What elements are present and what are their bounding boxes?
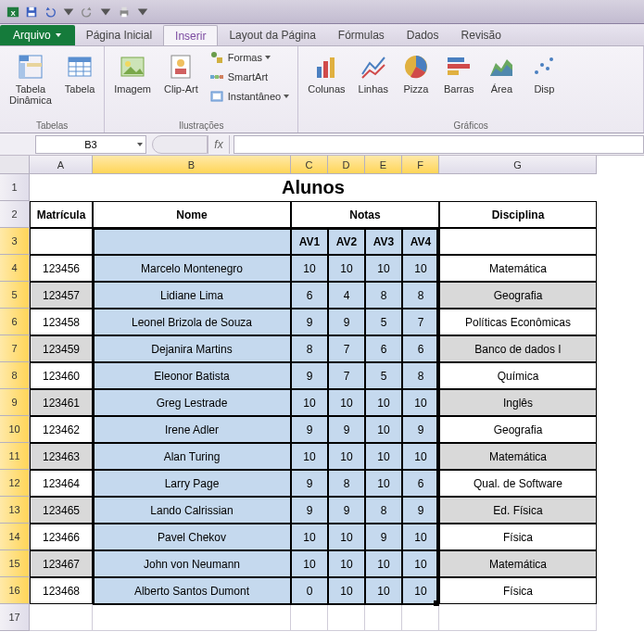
cell-av2[interactable]: 10 bbox=[328, 389, 365, 416]
formula-input[interactable] bbox=[234, 135, 644, 154]
tab-formulas[interactable]: Fórmulas bbox=[327, 25, 396, 45]
lines-chart-button[interactable]: Linhas bbox=[353, 48, 394, 98]
header-av2[interactable]: AV2 bbox=[328, 228, 365, 255]
cell[interactable] bbox=[365, 604, 402, 631]
cell-av2[interactable]: 9 bbox=[328, 416, 365, 443]
cell-av1[interactable]: 9 bbox=[291, 470, 328, 497]
print-icon[interactable] bbox=[115, 3, 133, 21]
col-header-B[interactable]: B bbox=[93, 156, 291, 174]
smartart-button[interactable]: SmartArt bbox=[206, 68, 295, 86]
cell-disciplina[interactable]: Matemática bbox=[439, 255, 597, 282]
cell-av4[interactable]: 8 bbox=[402, 362, 439, 389]
cell[interactable] bbox=[93, 228, 291, 255]
cell-nome[interactable]: Marcelo Montenegro bbox=[93, 255, 291, 282]
cell-av4[interactable]: 10 bbox=[402, 389, 439, 416]
cell-nome[interactable]: Irene Adler bbox=[93, 416, 291, 443]
undo-icon[interactable] bbox=[41, 3, 59, 21]
col-header-D[interactable]: D bbox=[328, 156, 365, 174]
cell-nome[interactable]: Alberto Santos Dumont bbox=[93, 577, 291, 604]
cell-av1[interactable]: 10 bbox=[291, 524, 328, 550]
cell-av4[interactable]: 7 bbox=[402, 309, 439, 335]
cell-av3[interactable]: 5 bbox=[365, 362, 402, 389]
col-header-F[interactable]: F bbox=[402, 156, 439, 174]
cell-av4[interactable]: 10 bbox=[402, 443, 439, 470]
cell-matricula[interactable]: 123456 bbox=[30, 255, 93, 282]
cell-av2[interactable]: 10 bbox=[328, 255, 365, 282]
cell-disciplina[interactable]: Matemática bbox=[439, 443, 597, 470]
cell-matricula[interactable]: 123460 bbox=[30, 362, 93, 389]
header-matricula[interactable]: Matrícula bbox=[30, 201, 93, 228]
cell-av4[interactable]: 9 bbox=[402, 416, 439, 443]
cell-av3[interactable]: 10 bbox=[365, 255, 402, 282]
col-header-G[interactable]: G bbox=[439, 156, 597, 174]
cell-av2[interactable]: 7 bbox=[328, 362, 365, 389]
cell-av1[interactable]: 10 bbox=[291, 550, 328, 577]
cell-nome[interactable]: Leonel Brizola de Souza bbox=[93, 309, 291, 335]
cell-av4[interactable]: 6 bbox=[402, 470, 439, 497]
cell-disciplina[interactable]: Qual. de Software bbox=[439, 470, 597, 497]
cell-matricula[interactable]: 123467 bbox=[30, 550, 93, 577]
tab-insert[interactable]: Inserir bbox=[163, 25, 218, 45]
cell-av3[interactable]: 10 bbox=[365, 550, 402, 577]
screenshot-button[interactable]: Instantâneo bbox=[206, 87, 295, 106]
cell-av1[interactable]: 10 bbox=[291, 443, 328, 470]
cell-nome[interactable]: Lando Calrissian bbox=[93, 497, 291, 524]
pivot-table-button[interactable]: Tabela Dinâmica bbox=[4, 48, 57, 109]
row-header-15[interactable]: 15 bbox=[0, 550, 30, 577]
cell-av2[interactable]: 10 bbox=[328, 550, 365, 577]
cell-disciplina[interactable]: Geografia bbox=[439, 282, 597, 309]
row-header-7[interactable]: 7 bbox=[0, 335, 30, 362]
redo-icon[interactable] bbox=[78, 3, 96, 21]
cell-nome[interactable]: Eleonor Batista bbox=[93, 362, 291, 389]
cell-av1[interactable]: 10 bbox=[291, 255, 328, 282]
save-icon[interactable] bbox=[22, 3, 41, 21]
cell-nome[interactable]: Lidiane Lima bbox=[93, 282, 291, 309]
header-nome[interactable]: Nome bbox=[93, 201, 291, 228]
cell-av4[interactable]: 10 bbox=[402, 577, 439, 604]
cell-matricula[interactable]: 123457 bbox=[30, 282, 93, 309]
cell-av4[interactable]: 6 bbox=[402, 335, 439, 362]
cell-av4[interactable]: 8 bbox=[402, 282, 439, 309]
cell-av1[interactable]: 9 bbox=[291, 416, 328, 443]
dropdown-icon[interactable] bbox=[133, 3, 152, 21]
pie-chart-button[interactable]: Pizza bbox=[396, 48, 436, 98]
cell-av4[interactable]: 9 bbox=[402, 497, 439, 524]
row-header-13[interactable]: 13 bbox=[0, 497, 30, 524]
title-cell[interactable]: Alunos bbox=[30, 174, 597, 201]
cell-matricula[interactable]: 123464 bbox=[30, 470, 93, 497]
area-chart-button[interactable]: Área bbox=[481, 48, 522, 98]
row-header-14[interactable]: 14 bbox=[0, 524, 30, 550]
row-header-3[interactable]: 3 bbox=[0, 228, 30, 255]
cell-av2[interactable]: 8 bbox=[328, 470, 365, 497]
row-header-12[interactable]: 12 bbox=[0, 470, 30, 497]
tab-review[interactable]: Revisão bbox=[450, 25, 512, 45]
picture-button[interactable]: Imagem bbox=[108, 48, 157, 98]
cell-av2[interactable]: 10 bbox=[328, 577, 365, 604]
cell-av2[interactable]: 7 bbox=[328, 335, 365, 362]
select-all-corner[interactable] bbox=[0, 156, 30, 174]
cell-av1[interactable]: 9 bbox=[291, 497, 328, 524]
cell[interactable] bbox=[291, 604, 328, 631]
cell-matricula[interactable]: 123468 bbox=[30, 577, 93, 604]
header-av4[interactable]: AV4 bbox=[402, 228, 439, 255]
tab-page-layout[interactable]: Layout da Página bbox=[218, 25, 326, 45]
shapes-button[interactable]: Formas bbox=[206, 48, 295, 67]
header-av1[interactable]: AV1 bbox=[291, 228, 328, 255]
cell-disciplina[interactable]: Inglês bbox=[439, 389, 597, 416]
file-tab[interactable]: Arquivo bbox=[0, 25, 75, 45]
cell-av3[interactable]: 10 bbox=[365, 443, 402, 470]
cell-matricula[interactable]: 123459 bbox=[30, 335, 93, 362]
col-header-E[interactable]: E bbox=[365, 156, 402, 174]
row-header-5[interactable]: 5 bbox=[0, 282, 30, 309]
columns-chart-button[interactable]: Colunas bbox=[302, 48, 350, 98]
cell-av4[interactable]: 10 bbox=[402, 550, 439, 577]
cell-matricula[interactable]: 123461 bbox=[30, 389, 93, 416]
cell-disciplina[interactable]: Geografia bbox=[439, 416, 597, 443]
cell-av2[interactable]: 4 bbox=[328, 282, 365, 309]
cell[interactable] bbox=[30, 604, 93, 631]
cell[interactable] bbox=[402, 604, 439, 631]
cell-av2[interactable]: 9 bbox=[328, 309, 365, 335]
col-header-A[interactable]: A bbox=[30, 156, 93, 174]
cell[interactable] bbox=[439, 228, 597, 255]
row-header-6[interactable]: 6 bbox=[0, 309, 30, 335]
